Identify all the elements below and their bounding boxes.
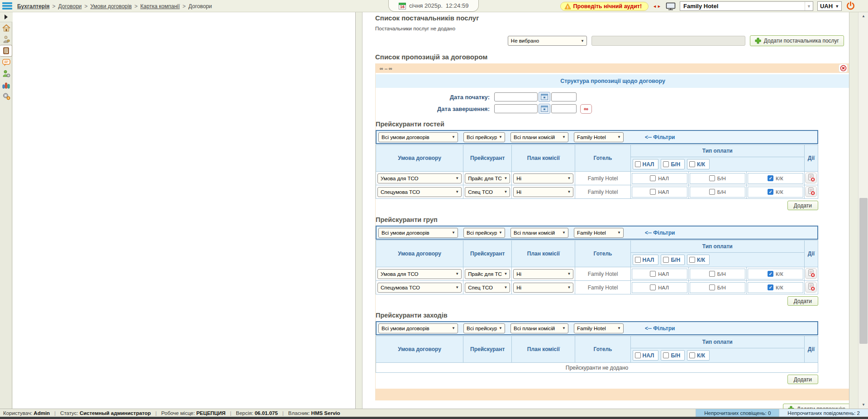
commission-plans-filter-select[interactable]: Всі плани комісій▼: [510, 228, 568, 238]
payment-nal-checkbox[interactable]: НАЛ: [632, 187, 687, 197]
checkbox-icon[interactable]: [635, 352, 641, 358]
checkbox-icon[interactable]: [663, 161, 669, 167]
checkbox-icon[interactable]: [689, 161, 695, 167]
sidebar-item-messages[interactable]: [0, 57, 12, 68]
sidebar-item-settings[interactable]: [0, 91, 12, 102]
payment-master-kk[interactable]: К/К: [687, 350, 710, 361]
scroll-up-arrow[interactable]: ▲: [858, 12, 868, 20]
pricelist-select[interactable]: Прайс для ТСО▼: [465, 269, 510, 279]
end-date-extra-input[interactable]: [551, 104, 577, 113]
pricelists-filter-select[interactable]: Всі прейскуранти▼: [463, 228, 505, 238]
filters-link[interactable]: <-- Фільтри: [645, 325, 675, 332]
payment-master-nal[interactable]: НАЛ: [633, 350, 659, 361]
payment-bn-checkbox[interactable]: Б/Н: [690, 173, 745, 184]
payment-kk-checkbox[interactable]: К/К: [748, 269, 803, 279]
end-date-calendar-button[interactable]: [539, 104, 550, 114]
add-pricelist-button[interactable]: Додати: [787, 296, 818, 306]
pricelist-select[interactable]: Спец ТСО▼: [465, 187, 510, 197]
pricelist-select[interactable]: Спец ТСО▼: [465, 283, 510, 293]
commission-select[interactable]: Ні▼: [513, 173, 573, 183]
condition-select[interactable]: Умова для ТСО▼: [377, 269, 462, 279]
delete-row-button[interactable]: [805, 173, 817, 183]
checkbox-icon[interactable]: [689, 257, 695, 263]
no-end-date-button[interactable]: ∞: [580, 104, 592, 114]
payment-nal-checkbox[interactable]: НАЛ: [632, 282, 687, 293]
commission-plans-filter-select[interactable]: Всі плани комісій▼: [510, 323, 568, 333]
add-supplier-button[interactable]: Додати постачальника послуг: [750, 35, 844, 46]
payment-master-kk[interactable]: К/К: [687, 255, 710, 265]
start-date-input[interactable]: [494, 92, 538, 101]
scroll-down-arrow[interactable]: ▼: [858, 401, 868, 409]
power-icon[interactable]: [846, 1, 855, 11]
hotel-select[interactable]: Family Hotel ▼: [680, 1, 813, 11]
conditions-filter-select[interactable]: Всі умови договорів▼: [378, 323, 458, 333]
payment-kk-checkbox[interactable]: К/К: [748, 173, 803, 184]
unread-messages-badge[interactable]: Непрочитаних повідомлень: 2: [779, 409, 868, 417]
start-date-calendar-button[interactable]: [539, 92, 550, 102]
collapse-proposal-button[interactable]: [839, 64, 848, 72]
hotel-filter-select[interactable]: Family Hotel▼: [574, 323, 624, 333]
end-date-input[interactable]: [494, 104, 538, 113]
payment-bn-checkbox[interactable]: Б/Н: [690, 269, 745, 279]
condition-select[interactable]: Умова для ТСО▼: [377, 173, 462, 183]
payment-nal-checkbox[interactable]: НАЛ: [632, 269, 687, 279]
payment-bn-checkbox[interactable]: Б/Н: [690, 187, 745, 197]
checkbox-icon[interactable]: [663, 352, 669, 358]
checkbox-icon[interactable]: [635, 257, 641, 263]
add-pricelist-button[interactable]: Додати: [787, 375, 818, 384]
checkbox-icon[interactable]: [689, 352, 695, 358]
payment-kk-checkbox[interactable]: К/К: [748, 187, 803, 197]
payment-master-kk[interactable]: К/К: [687, 159, 710, 169]
structure-link[interactable]: Структура пропозиції щодо договору: [560, 78, 665, 84]
payment-master-bn[interactable]: Б/Н: [661, 159, 685, 169]
pricelists-filter-select[interactable]: Всі прейскуранти▼: [463, 323, 505, 333]
delete-row-button[interactable]: [805, 186, 817, 197]
filters-link[interactable]: <-- Фільтри: [645, 134, 675, 140]
breadcrumb-link[interactable]: Картка компанії: [140, 3, 180, 10]
pricelist-select[interactable]: Прайс для ТСО▼: [465, 173, 510, 183]
commission-select[interactable]: Ні▼: [513, 187, 573, 197]
conditions-filter-select[interactable]: Всі умови договорів▼: [378, 132, 458, 142]
hotel-filter-select[interactable]: Family Hotel▼: [574, 132, 624, 142]
payment-master-nal[interactable]: НАЛ: [633, 255, 659, 265]
add-pricelist-button[interactable]: Додати: [787, 201, 818, 210]
breadcrumb-link[interactable]: Бухгалтерія: [17, 3, 49, 10]
vertical-scrollbar[interactable]: ▲ ▼: [858, 12, 868, 409]
condition-select[interactable]: Спецумова ТСО▼: [377, 283, 462, 293]
checkbox-icon[interactable]: [635, 161, 641, 167]
payment-master-bn[interactable]: Б/Н: [661, 255, 685, 265]
payment-kk-checkbox[interactable]: К/К: [748, 282, 803, 293]
start-date-extra-input[interactable]: [551, 92, 577, 101]
scrollbar-thumb[interactable]: [859, 198, 868, 344]
sidebar-item-reception[interactable]: [0, 34, 12, 45]
payment-master-nal[interactable]: НАЛ: [633, 159, 659, 169]
commission-plans-filter-select[interactable]: Всі плани комісій▼: [510, 132, 568, 142]
payment-master-bn[interactable]: Б/Н: [661, 350, 685, 361]
breadcrumb-link[interactable]: Умови договорів: [91, 3, 132, 10]
add-proposal-button[interactable]: Додати пропозицію: [783, 404, 849, 409]
workstation-icon[interactable]: [666, 2, 676, 10]
sidebar-item-staff[interactable]: [0, 68, 12, 79]
sidebar-item-reports[interactable]: [0, 79, 12, 91]
conditions-filter-select[interactable]: Всі умови договорів▼: [378, 228, 458, 238]
commission-select[interactable]: Ні▼: [513, 283, 573, 293]
menu-icon[interactable]: [2, 2, 12, 10]
delete-row-button[interactable]: [805, 268, 817, 279]
payment-bn-checkbox[interactable]: Б/Н: [690, 282, 745, 293]
delete-row-button[interactable]: [805, 282, 817, 293]
sidebar-item-home[interactable]: [0, 22, 12, 34]
commission-select[interactable]: Ні▼: [513, 269, 573, 279]
night-audit-warning[interactable]: ! Проведіть нічний аудит!: [560, 2, 649, 11]
filters-link[interactable]: <-- Фільтри: [645, 230, 675, 236]
hotel-filter-select[interactable]: Family Hotel▼: [574, 228, 624, 238]
checkbox-icon[interactable]: [663, 257, 669, 263]
condition-select[interactable]: Спецумова ТСО▼: [377, 187, 462, 197]
unread-notifications-badge[interactable]: Непрочитаних сповіщень: 0: [696, 409, 779, 417]
currency-select[interactable]: UAH ▼: [817, 1, 842, 11]
sidebar-expand-button[interactable]: [0, 12, 12, 22]
supplier-type-select[interactable]: Не вибрано ▼: [508, 36, 587, 46]
sidebar-item-journal[interactable]: [0, 45, 12, 57]
pricelists-filter-select[interactable]: Всі прейскуранти▼: [463, 132, 505, 142]
payment-nal-checkbox[interactable]: НАЛ: [632, 173, 687, 184]
breadcrumb-link[interactable]: Договори: [58, 3, 82, 10]
